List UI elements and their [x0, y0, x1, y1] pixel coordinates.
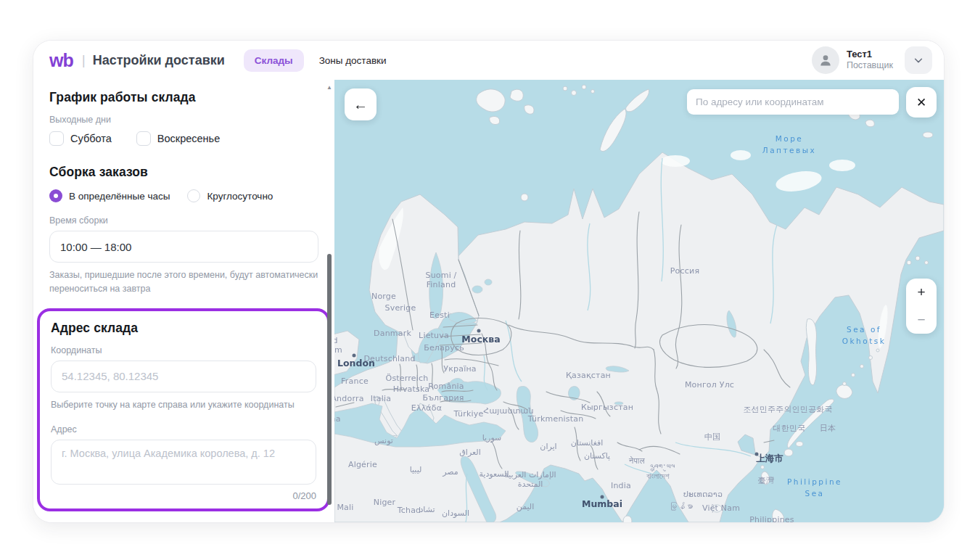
- header-tabs: Склады Зоны доставки: [244, 49, 398, 72]
- map-label-country: Sverige: [385, 303, 416, 313]
- map-label-country: الإمارات العربية المتحدة: [504, 470, 556, 489]
- map-label-country: پاکستان: [584, 451, 610, 461]
- checkbox-box[interactable]: [136, 131, 151, 146]
- map-label-country: འབྲུག་ཡུལ: [650, 463, 675, 472]
- avatar[interactable]: [812, 46, 839, 74]
- tab-delivery-zones[interactable]: Зоны доставки: [308, 49, 398, 72]
- user-name: Тест1: [847, 49, 893, 60]
- address-char-counter: 0/200: [51, 490, 316, 501]
- map-label-country: Россия: [670, 266, 699, 276]
- scrollbar-thumb[interactable]: [327, 254, 332, 505]
- map-label-country: Philippines: [749, 515, 794, 523]
- map-canvas[interactable]: Море ЛаптевыхSea of OkhotskPhilippine Se…: [334, 80, 944, 522]
- map-label-country: Беларусь: [424, 343, 464, 353]
- assembly-options: В определённые часы Круглосуточно: [49, 189, 318, 202]
- radio-fixed-hours[interactable]: В определённые часы: [49, 189, 170, 202]
- map-label-country: العراق: [459, 448, 480, 457]
- map-search-input[interactable]: [696, 96, 890, 107]
- map-label-country: 日本: [820, 423, 836, 434]
- assembly-time-input[interactable]: [49, 231, 318, 263]
- map-label-country: Deutschland: [363, 354, 415, 363]
- map-label-country: Hrvatska: [393, 384, 430, 394]
- map-label-country: Danmark: [374, 329, 411, 338]
- user-dropdown-button[interactable]: [905, 46, 932, 74]
- map-label-country: تونس: [374, 436, 393, 445]
- tab-warehouses[interactable]: Склады: [244, 49, 304, 72]
- logo-separator: |: [82, 52, 86, 68]
- address-section-title: Адрес склада: [51, 321, 316, 336]
- map-search[interactable]: [687, 89, 899, 115]
- map-labels-layer: Море ЛаптевыхSea of OkhotskPhilippine Se…: [334, 80, 944, 522]
- page-title: Настройки доставки: [93, 53, 225, 68]
- coordinates-input[interactable]: [51, 361, 316, 392]
- map-city-dot: [601, 495, 604, 499]
- user-menu: Тест1 Поставщик: [812, 46, 932, 74]
- coordinates-hint: Выберите точку на карте справа или укажи…: [51, 398, 316, 412]
- map-zoom-control: + −: [906, 279, 937, 334]
- map-label-country: Türkiye: [454, 409, 484, 419]
- map-label-country: United Kingdom: [334, 336, 342, 355]
- address-label: Адрес: [51, 424, 316, 435]
- panel-scrollbar[interactable]: ▲: [325, 80, 334, 522]
- map-label-country: Հայաստան: [483, 406, 533, 416]
- checkbox-saturday[interactable]: Суббота: [49, 131, 112, 146]
- map-label-country: Suomi / Finland: [425, 271, 456, 289]
- map-label-country: Tchad: [398, 506, 421, 515]
- days-off-checkboxes: Суббота Воскресенье: [49, 131, 318, 146]
- zoom-out-button[interactable]: −: [906, 306, 937, 334]
- map-label-country: Algérie: [348, 460, 377, 469]
- checkbox-sunday[interactable]: Воскресенье: [136, 131, 220, 146]
- map-label-country: ایران: [540, 442, 556, 451]
- radio-label: Круглосуточно: [207, 191, 273, 202]
- map-label-sea: Sea of Okhotsk: [842, 324, 886, 347]
- map-label-country: Қазақстан: [566, 371, 611, 380]
- map-label-country: Türkmenistan: [528, 414, 584, 424]
- map-label-country: Österreich: [386, 374, 429, 383]
- map-city-dot: [353, 354, 356, 358]
- map-label-country: اليمن: [517, 502, 534, 511]
- checkbox-label: Суббота: [70, 133, 112, 144]
- map-label-country: ليبيا: [410, 464, 422, 474]
- radio-circle[interactable]: [49, 189, 62, 202]
- map-label-country: السودان: [442, 508, 469, 518]
- map-back-button[interactable]: ←: [345, 88, 377, 120]
- map-label-country: Norge: [371, 292, 396, 301]
- map-label-city: Москва: [461, 334, 500, 345]
- chevron-down-icon: [913, 55, 923, 65]
- map-city-dot: [477, 329, 481, 333]
- map-label-sea: Море Лаптевых: [762, 133, 816, 157]
- map-label-country: Монгол Улс: [685, 380, 734, 390]
- map-label-country: Mali: [337, 503, 353, 512]
- map-label-country: 조선민주주의인민공화국: [743, 404, 832, 415]
- radio-circle[interactable]: [187, 189, 200, 202]
- map-label-country: Andorra: [334, 394, 364, 403]
- zoom-in-button[interactable]: +: [906, 279, 937, 306]
- map-label-city: 上海市: [756, 453, 783, 465]
- checkbox-label: Воскресенье: [157, 133, 220, 144]
- map-label-country: 대한민국: [773, 423, 806, 434]
- assembly-section-title: Сборка заказов: [49, 165, 318, 180]
- map-label-city: Mumbai: [582, 498, 622, 508]
- map-label-country: السعودية: [479, 469, 509, 479]
- scrollbar-up-arrow[interactable]: ▲: [326, 84, 332, 91]
- address-section-highlighted: Адрес склада Координаты Выберите точку н…: [37, 308, 330, 511]
- user-info: Тест1 Поставщик: [847, 49, 893, 72]
- radio-around-the-clock[interactable]: Круглосуточно: [187, 189, 273, 202]
- map-close-button[interactable]: ✕: [906, 87, 937, 118]
- map-label-country: Ελλάδα: [411, 403, 442, 413]
- map-label-country: Italia: [371, 394, 391, 403]
- radio-label: В определённые часы: [69, 191, 170, 202]
- map-city-dot: [755, 453, 759, 456]
- map-label-country: 臺灣: [758, 475, 774, 486]
- content: График работы склада Выходные дни Суббот…: [33, 80, 944, 522]
- assembly-time-label: Время сборки: [49, 215, 318, 226]
- person-icon: [818, 53, 833, 67]
- map-label-country: مصر: [443, 467, 458, 477]
- map-label-sea: Philippine Sea: [787, 477, 842, 500]
- map-label-country: تشاد: [419, 505, 435, 514]
- map-label-city: London: [337, 358, 375, 368]
- address-textarea[interactable]: [51, 440, 316, 485]
- map-label-country: Україна: [443, 364, 476, 374]
- checkbox-box[interactable]: [49, 131, 64, 146]
- map-label-country: Việt Nam: [702, 503, 740, 513]
